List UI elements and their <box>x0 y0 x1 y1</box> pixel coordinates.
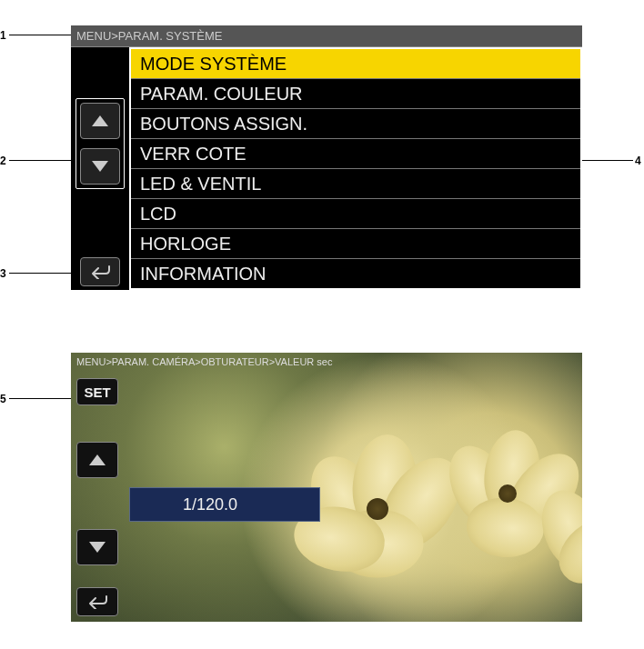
nav-group <box>75 98 125 189</box>
callout-line <box>9 160 71 161</box>
callout-line <box>582 160 633 161</box>
triangle-up-icon <box>92 115 108 126</box>
triangle-up-icon <box>89 454 106 465</box>
down-button[interactable] <box>76 529 118 565</box>
menu-item-information[interactable]: INFORMATION <box>131 259 580 288</box>
callout-line <box>9 273 71 274</box>
breadcrumb: MENU>PARAM. SYSTÈME <box>71 25 582 47</box>
side-controls <box>71 47 129 290</box>
side-controls: SET <box>76 378 127 616</box>
callout-1: 1 <box>0 29 6 42</box>
menu-list: MODE SYSTÈME PARAM. COULEUR BOUTONS ASSI… <box>129 47 582 290</box>
menu-item-horloge[interactable]: HORLOGE <box>131 229 580 259</box>
shutter-value-display: 1/120.0 <box>129 487 320 522</box>
svg-marker-2 <box>89 454 106 465</box>
back-button[interactable] <box>80 257 120 286</box>
menu-item-boutons-assign[interactable]: BOUTONS ASSIGN. <box>131 109 580 139</box>
up-button[interactable] <box>76 442 118 478</box>
down-button[interactable] <box>80 148 120 185</box>
screen-body: MODE SYSTÈME PARAM. COULEUR BOUTONS ASSI… <box>71 47 582 290</box>
callout-4: 4 <box>635 155 641 167</box>
callout-3: 3 <box>0 267 6 280</box>
callout-line <box>9 398 71 399</box>
camera-menu-screen: MENU>PARAM. SYSTÈME MODE SYSTÈME PARAM. … <box>71 25 582 290</box>
menu-item-verr-cote[interactable]: VERR COTE <box>131 139 580 169</box>
callout-2: 2 <box>0 155 6 167</box>
svg-marker-0 <box>92 115 108 126</box>
menu-item-lcd[interactable]: LCD <box>131 199 580 229</box>
triangle-down-icon <box>89 542 106 553</box>
back-arrow-icon <box>86 594 108 609</box>
menu-item-led-ventil[interactable]: LED & VENTIL <box>131 169 580 199</box>
callout-5: 5 <box>0 393 6 405</box>
svg-marker-1 <box>92 161 108 172</box>
shutter-value-screen: MENU>PARAM. CAMÉRA>OBTURATEUR>VALEUR sec… <box>71 353 582 622</box>
svg-marker-3 <box>89 542 106 553</box>
callout-line <box>9 35 71 35</box>
back-arrow-icon <box>89 265 111 279</box>
back-button[interactable] <box>76 587 118 616</box>
triangle-down-icon <box>92 161 108 172</box>
breadcrumb: MENU>PARAM. CAMÉRA>OBTURATEUR>VALEUR sec <box>71 353 582 371</box>
menu-item-mode-systeme[interactable]: MODE SYSTÈME <box>131 49 580 79</box>
up-button[interactable] <box>80 103 120 139</box>
set-button[interactable]: SET <box>76 378 118 405</box>
menu-item-param-couleur[interactable]: PARAM. COULEUR <box>131 79 580 109</box>
